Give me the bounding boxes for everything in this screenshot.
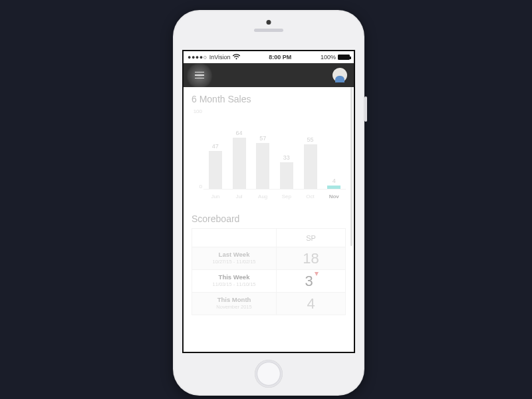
xtick-label: Nov xyxy=(322,191,346,201)
phone-speaker xyxy=(254,29,283,32)
xtick-label: Oct xyxy=(299,191,323,201)
carrier-label: InVision xyxy=(209,54,231,61)
bar[interactable] xyxy=(280,162,293,189)
ios-status-bar: ●●●●○ InVision 8:00 PM 100% xyxy=(184,51,354,63)
battery-pct-label: 100% xyxy=(321,54,336,61)
content-area: 6 Month Sales 100 0 47645733554 JunJulAu… xyxy=(184,87,354,352)
bar-sep: 33 xyxy=(275,108,299,189)
sales-section: 6 Month Sales 100 0 47645733554 JunJulAu… xyxy=(184,87,354,209)
app-header xyxy=(184,63,354,87)
bar[interactable] xyxy=(209,151,222,189)
screen: ●●●●○ InVision 8:00 PM 100% xyxy=(182,50,355,353)
bar-value-label: 4 xyxy=(332,178,336,184)
xtick-label: Aug xyxy=(251,191,275,201)
bar-jul: 64 xyxy=(227,108,251,189)
scoreboard-row-label: This Week11/03/15 - 11/10/15 xyxy=(192,270,277,293)
bar-value-label: 33 xyxy=(283,154,290,161)
scoreboard-row[interactable]: Last Week10/27/15 - 11/02/1518 xyxy=(192,247,346,270)
bar[interactable] xyxy=(256,143,269,189)
phone-frame: ●●●●○ InVision 8:00 PM 100% xyxy=(173,10,364,396)
bar[interactable] xyxy=(304,144,317,189)
scoreboard-header-empty xyxy=(192,229,277,247)
avatar-button[interactable] xyxy=(332,68,347,82)
bar-value-label: 57 xyxy=(259,135,266,142)
menu-button[interactable] xyxy=(190,66,209,84)
scoreboard-row[interactable]: This MonthNovember 20154 xyxy=(192,293,346,315)
bar-value-label: 64 xyxy=(236,130,243,136)
bar[interactable] xyxy=(233,138,246,189)
touch-indicator xyxy=(186,63,213,89)
scoreboard-header-sp: SP xyxy=(277,229,346,247)
scoreboard-row-label: This MonthNovember 2015 xyxy=(192,293,277,315)
bar-jun: 47 xyxy=(203,108,227,189)
scoreboard-row-value: 4 xyxy=(277,293,346,315)
bar-value-label: 55 xyxy=(307,136,314,143)
scoreboard-table: SP Last Week10/27/15 - 11/02/1518This We… xyxy=(192,228,346,315)
wifi-icon xyxy=(233,54,240,61)
bar-value-label: 47 xyxy=(212,143,219,150)
scoreboard-row-value: 3▾ xyxy=(277,270,346,293)
xtick-label: Jun xyxy=(203,191,227,201)
scoreboard-row-label: Last Week10/27/15 - 11/02/15 xyxy=(192,247,277,270)
home-button[interactable] xyxy=(255,360,283,388)
sales-title: 6 Month Sales xyxy=(192,94,346,104)
scoreboard-row-value: 18 xyxy=(277,247,346,270)
xtick-label: Sep xyxy=(275,191,299,201)
bar-nov: 4 xyxy=(322,108,346,189)
scoreboard-title: Scoreboard xyxy=(192,213,346,224)
xtick-label: Jul xyxy=(227,191,251,201)
bar-oct: 55 xyxy=(299,108,323,189)
scoreboard-section: Scoreboard SP Last Week10/27/15 - 11/02/… xyxy=(184,209,354,326)
scoreboard-row[interactable]: This Week11/03/15 - 11/10/153▾ xyxy=(192,270,346,293)
sales-chart: 100 0 47645733554 JunJulAugSepOctNov xyxy=(192,108,346,201)
bar[interactable] xyxy=(327,186,340,189)
signal-dots: ●●●●○ xyxy=(188,54,207,61)
phone-camera xyxy=(267,20,271,25)
trend-down-icon: ▾ xyxy=(315,269,319,278)
scrollbar[interactable] xyxy=(350,87,352,246)
ytick-min: 0 xyxy=(192,184,202,190)
bar-aug: 57 xyxy=(251,108,275,189)
battery-icon xyxy=(338,55,350,60)
ytick-max: 100 xyxy=(192,108,202,114)
clock-label: 8:00 PM xyxy=(269,54,291,61)
